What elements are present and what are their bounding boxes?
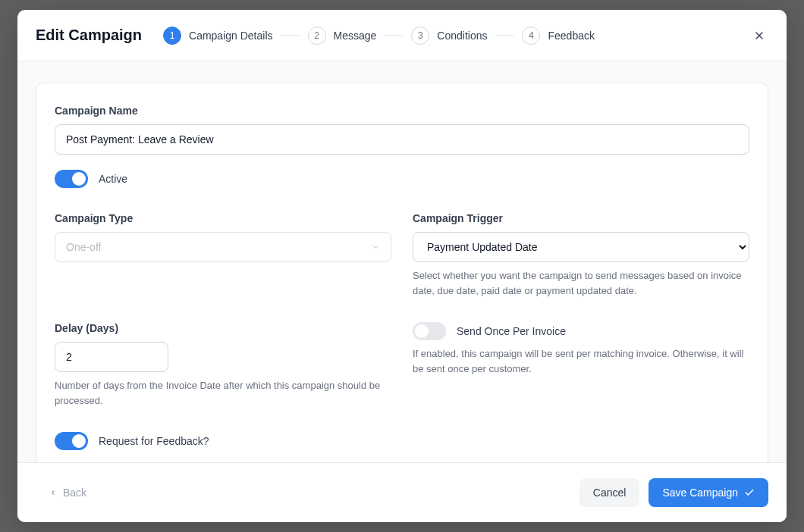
step-connector [495, 35, 514, 36]
campaign-trigger-label: Campaign Trigger [413, 212, 749, 224]
send-once-label: Send Once Per Invoice [457, 325, 566, 337]
close-button[interactable] [750, 27, 768, 45]
delay-label: Delay (Days) [55, 322, 391, 334]
save-button-label: Save Campaign [662, 487, 738, 499]
step-label: Campaign Details [189, 30, 273, 42]
step-connector [281, 35, 300, 36]
delay-help: Number of days from the Invoice Date aft… [55, 378, 391, 408]
step-number: 3 [411, 27, 429, 45]
wizard-steps: 1 Campaign Details 2 Message 3 Condition… [163, 27, 595, 45]
step-connector [384, 35, 404, 36]
active-toggle-label: Active [99, 173, 127, 185]
check-icon [744, 487, 755, 498]
step-number: 2 [308, 27, 326, 45]
step-number: 1 [163, 27, 181, 45]
campaign-name-label: Campaign Name [55, 105, 749, 117]
toggle-knob [415, 324, 429, 338]
toggle-knob [72, 172, 86, 186]
step-label: Message [334, 30, 377, 42]
campaign-type-label: Campaign Type [55, 212, 391, 224]
feedback-toggle-label: Request for Feedback? [99, 435, 209, 447]
step-label: Feedback [548, 30, 594, 42]
save-campaign-button[interactable]: Save Campaign [649, 478, 768, 507]
step-1[interactable]: 1 Campaign Details [163, 27, 273, 45]
send-once-toggle[interactable] [413, 322, 446, 340]
step-4[interactable]: 4 Feedback [522, 27, 594, 45]
campaign-name-input[interactable] [55, 124, 749, 155]
back-button[interactable]: Back [36, 478, 100, 507]
active-toggle[interactable] [55, 170, 88, 188]
toggle-knob [72, 434, 86, 448]
cancel-button-label: Cancel [593, 487, 627, 499]
step-3[interactable]: 3 Conditions [411, 27, 487, 45]
step-label: Conditions [437, 30, 487, 42]
campaign-type-select[interactable]: One-off [55, 232, 391, 262]
send-once-help: If enabled, this campaign will be sent p… [413, 346, 749, 376]
step-number: 4 [522, 27, 540, 45]
modal-footer: Back Cancel Save Campaign [17, 462, 787, 522]
campaign-trigger-select[interactable]: Payment Updated Date [413, 232, 749, 262]
delay-input[interactable] [55, 342, 168, 372]
campaign-trigger-help: Select whether you want the campaign to … [413, 268, 749, 298]
back-button-label: Back [63, 487, 86, 499]
chevron-left-icon [49, 489, 57, 496]
step-2[interactable]: 2 Message [308, 27, 377, 45]
modal-title: Edit Campaign [36, 27, 142, 44]
edit-campaign-modal: Edit Campaign 1 Campaign Details 2 Messa… [17, 10, 787, 522]
feedback-toggle[interactable] [55, 432, 88, 450]
close-icon [753, 30, 765, 42]
modal-body: Campaign Name Active Campaign Type One-o… [17, 61, 787, 462]
cancel-button[interactable]: Cancel [579, 478, 640, 507]
campaign-details-card: Campaign Name Active Campaign Type One-o… [36, 83, 768, 462]
modal-header: Edit Campaign 1 Campaign Details 2 Messa… [17, 10, 787, 61]
